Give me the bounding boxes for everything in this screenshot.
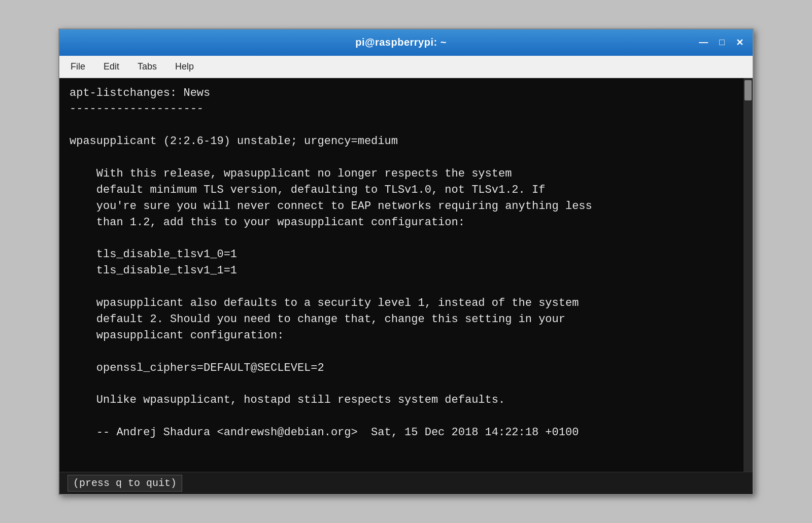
menu-file[interactable]: File [67,59,88,74]
status-bar: (press q to quit) [59,472,753,494]
scrollbar-thumb[interactable] [745,80,752,100]
maximize-button[interactable]: □ [716,36,728,49]
status-text: (press q to quit) [67,475,182,492]
menu-edit[interactable]: Edit [100,59,122,74]
window-title: pi@raspberrypi: ~ [106,37,696,48]
menu-help[interactable]: Help [172,59,197,74]
terminal-output: apt-listchanges: News ------------------… [70,85,742,441]
window-controls: — □ ✕ [696,36,747,49]
terminal-body: apt-listchanges: News ------------------… [59,78,753,472]
scrollbar[interactable] [743,78,753,472]
terminal-content: apt-listchanges: News ------------------… [70,85,742,467]
menu-bar: File Edit Tabs Help [59,56,753,78]
terminal-window: pi@raspberrypi: ~ — □ ✕ File Edit Tabs H… [58,28,754,495]
close-button[interactable]: ✕ [733,36,747,49]
minimize-button[interactable]: — [696,36,711,49]
title-bar: pi@raspberrypi: ~ — □ ✕ [59,29,753,56]
menu-tabs[interactable]: Tabs [134,59,160,74]
